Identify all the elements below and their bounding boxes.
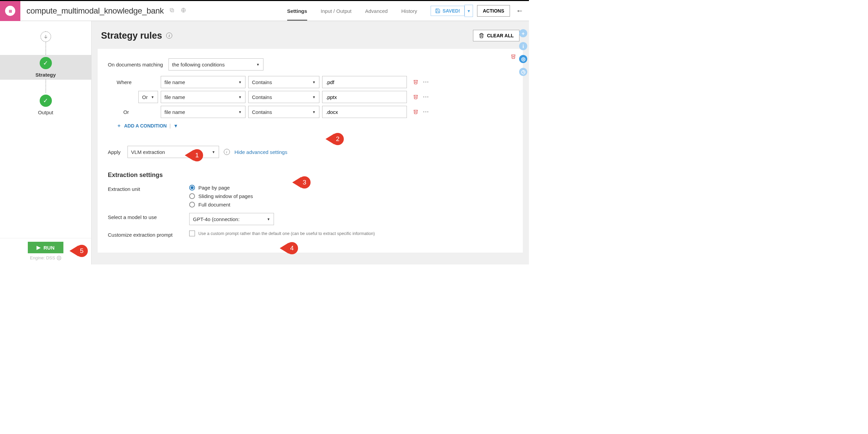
play-icon: ▶: [37, 244, 41, 251]
model-select[interactable]: GPT-4o (connection:▼: [189, 213, 274, 225]
radio-sliding-window[interactable]: Sliding window of pages: [189, 193, 253, 199]
delete-rule-button[interactable]: [511, 54, 516, 60]
check-icon: ✓: [40, 95, 52, 107]
delete-condition-button[interactable]: [413, 109, 418, 115]
top-tabs: Settings Input / Output Advanced History: [280, 1, 424, 21]
svg-point-3: [58, 257, 60, 259]
where-label: Where: [117, 79, 136, 85]
field-select[interactable]: file name▼: [161, 76, 245, 88]
matching-label: On documents matching: [108, 62, 163, 67]
recipe-title: compute_multimodal_knowledge_bank: [26, 6, 164, 16]
hide-advanced-link[interactable]: Hide advanced settings: [235, 149, 288, 155]
more-icon[interactable]: ···: [423, 94, 429, 100]
joiner-label: Or: [117, 109, 136, 115]
flow-node-output[interactable]: ✓ Output: [0, 93, 91, 117]
flow-node-strategy[interactable]: ✓ Strategy: [0, 55, 91, 80]
engine-label[interactable]: Engine: DSS: [30, 255, 61, 260]
extraction-unit-radios: Page by page Sliding window of pages Ful…: [189, 185, 253, 208]
customize-prompt-hint: Use a custom prompt rather than the defa…: [198, 231, 375, 236]
left-sidebar: ✓ Strategy ✓ Output ▶ RUN Engine: DSS: [0, 21, 92, 264]
chevron-down-icon[interactable]: ▼: [173, 123, 178, 129]
joiner-select[interactable]: Or▼: [138, 91, 158, 103]
node-label: Strategy: [35, 72, 56, 78]
logo-icon: ▤: [5, 6, 15, 16]
top-bar: ▤ compute_multimodal_knowledge_bank Sett…: [0, 0, 529, 21]
run-label: RUN: [43, 245, 55, 251]
info-icon[interactable]: i: [224, 149, 230, 155]
flow-input-node[interactable]: [40, 31, 51, 42]
condition-row: Or file name▼ Contains▼ ···: [117, 106, 513, 118]
sidebar-footer: ▶ RUN Engine: DSS: [0, 238, 91, 264]
delete-condition-button[interactable]: [413, 79, 418, 85]
right-rail: + i ◎ ◷: [517, 22, 529, 76]
operator-select[interactable]: Contains▼: [248, 106, 319, 118]
extraction-unit-label: Extraction unit: [108, 185, 189, 192]
page-title: Strategy rules i: [101, 31, 172, 41]
plus-icon: ＋: [117, 123, 121, 129]
gear-icon: [57, 256, 61, 260]
field-select[interactable]: file name▼: [161, 91, 245, 103]
run-button[interactable]: ▶ RUN: [28, 242, 63, 253]
rail-history-icon[interactable]: ◷: [519, 68, 527, 76]
clear-all-label: CLEAR ALL: [487, 33, 514, 38]
customize-prompt-label: Customize extraction prompt: [108, 231, 189, 238]
add-condition-button[interactable]: ＋ ADD A CONDITION | ▼: [117, 123, 513, 129]
back-arrow-icon[interactable]: ←: [516, 6, 524, 15]
tab-advanced[interactable]: Advanced: [358, 1, 395, 21]
app-logo[interactable]: ▤: [0, 1, 20, 21]
apply-method-select[interactable]: VLM extraction▼: [127, 146, 219, 158]
radio-page-by-page[interactable]: Page by page: [189, 185, 253, 191]
saved-button[interactable]: SAVED!: [431, 6, 465, 16]
apply-label: Apply: [108, 149, 121, 155]
conditions-group: Where file name▼ Contains▼ ··· Or▼: [117, 76, 513, 129]
flow-diagram: ✓ Strategy ✓ Output: [0, 21, 91, 238]
operator-select[interactable]: Contains▼: [248, 91, 319, 103]
rail-add-icon[interactable]: +: [519, 29, 527, 37]
radio-icon: [189, 202, 195, 208]
trash-icon: [479, 33, 484, 38]
value-input[interactable]: [322, 91, 407, 103]
globe-icon[interactable]: [181, 7, 188, 14]
save-icon: [435, 8, 440, 14]
add-condition-label: ADD A CONDITION: [124, 123, 167, 129]
extraction-settings-heading: Extraction settings: [108, 172, 513, 179]
check-icon: ✓: [40, 57, 52, 69]
delete-condition-button[interactable]: [413, 94, 418, 100]
value-input[interactable]: [322, 76, 407, 88]
radio-icon: [189, 193, 195, 199]
model-label: Select a model to use: [108, 213, 189, 220]
operator-select[interactable]: Contains▼: [248, 76, 319, 88]
svg-rect-1: [170, 8, 173, 11]
tab-settings[interactable]: Settings: [280, 1, 314, 21]
rule-card: On documents matching the following cond…: [98, 49, 523, 253]
clear-all-button[interactable]: CLEAR ALL: [473, 30, 519, 41]
customize-prompt-checkbox[interactable]: [189, 231, 195, 236]
saved-dropdown[interactable]: ▾: [465, 5, 473, 17]
more-icon[interactable]: ···: [423, 79, 429, 85]
copy-icon[interactable]: [169, 7, 176, 14]
tab-input-output[interactable]: Input / Output: [314, 1, 358, 21]
rail-info-icon[interactable]: i: [519, 42, 527, 50]
svg-rect-0: [171, 9, 174, 12]
condition-row: Where file name▼ Contains▼ ···: [117, 76, 513, 88]
main-panel: Strategy rules i CLEAR ALL On documents …: [92, 21, 529, 264]
node-label: Output: [38, 110, 53, 115]
field-select[interactable]: file name▼: [161, 106, 245, 118]
actions-button[interactable]: ACTIONS: [477, 5, 510, 17]
rail-chat-icon[interactable]: ◎: [519, 55, 527, 63]
trash-icon: [511, 54, 516, 59]
tab-history[interactable]: History: [394, 1, 424, 21]
value-input[interactable]: [322, 106, 407, 118]
radio-icon: [189, 185, 195, 191]
saved-label: SAVED!: [442, 8, 460, 14]
radio-full-document[interactable]: Full document: [189, 202, 253, 208]
info-icon[interactable]: i: [166, 33, 172, 39]
more-icon[interactable]: ···: [423, 109, 429, 115]
arrow-down-icon: [43, 34, 48, 39]
matching-mode-select[interactable]: the following conditions▼: [169, 58, 263, 71]
condition-row: Or▼ file name▼ Contains▼ ···: [117, 91, 513, 103]
